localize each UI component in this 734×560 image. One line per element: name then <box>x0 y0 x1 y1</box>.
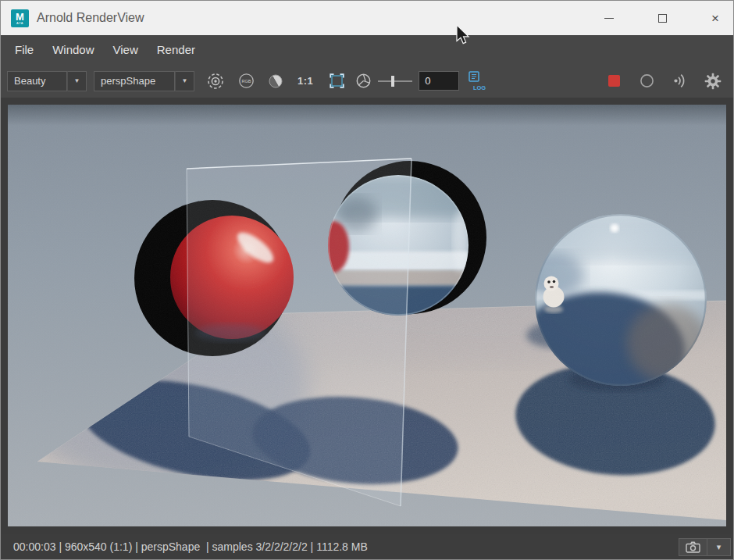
stop-render-button[interactable] <box>608 75 620 87</box>
exposure-input[interactable] <box>419 71 459 91</box>
menu-file[interactable]: File <box>15 43 34 56</box>
menu-view[interactable]: View <box>113 43 138 56</box>
arnold-renderview-window: M AYA Arnold RenderView × File Window Vi… <box>0 0 734 560</box>
refresh-render-button[interactable] <box>639 73 655 89</box>
shutter-button[interactable] <box>355 73 372 89</box>
display-swatch-button[interactable] <box>268 73 283 89</box>
snapshot-button[interactable] <box>679 538 707 556</box>
camera-select-arrow[interactable]: ▼ <box>175 71 194 91</box>
maya-logo-sub: AYA <box>16 22 23 25</box>
crop-region-button[interactable] <box>328 72 346 90</box>
minimize-icon <box>604 18 614 19</box>
maya-logo-letter: M <box>16 12 24 22</box>
render-viewport[interactable] <box>1 98 733 534</box>
exposure-slider[interactable] <box>378 73 412 89</box>
maximize-icon <box>658 14 667 23</box>
gear-icon <box>704 73 722 90</box>
slider-handle[interactable] <box>391 76 394 87</box>
menubar: File Window View Render <box>1 35 733 64</box>
shutter-icon <box>355 73 372 89</box>
refresh-icon <box>639 73 655 89</box>
settings-button[interactable] <box>704 73 722 90</box>
window-controls: × <box>574 1 733 35</box>
slider-track <box>378 80 412 82</box>
chevron-down-icon: ▾ <box>717 542 722 552</box>
crop-region-icon <box>328 72 346 90</box>
zoom-1to1-button[interactable]: 1:1 <box>298 75 313 87</box>
log-button[interactable]: LOG <box>467 70 487 91</box>
close-button[interactable]: × <box>697 1 733 35</box>
stop-icon <box>608 75 620 87</box>
statusbar: 00:00:03 | 960x540 (1:1) | perspShape | … <box>1 534 733 559</box>
status-buttons: ▾ <box>679 538 731 556</box>
camera-select-value: perspShape <box>101 75 155 87</box>
close-icon: × <box>711 12 719 25</box>
aov-select-value: Beauty <box>14 75 45 87</box>
log-icon-label: LOG <box>473 84 486 91</box>
render-toolbar: Beauty ▼ perspShape ▼ RGB <box>1 64 733 98</box>
zoom-1to1-label: 1:1 <box>298 75 313 87</box>
crosshair-target-button[interactable] <box>206 72 225 91</box>
camera-icon <box>686 541 700 553</box>
broadcast-icon <box>672 73 689 89</box>
chevron-down-icon: ▼ <box>74 77 80 84</box>
film-grain-overlay <box>8 105 726 526</box>
titlebar[interactable]: M AYA Arnold RenderView × <box>1 1 733 35</box>
maximize-button[interactable] <box>644 1 680 35</box>
maya-app-icon: M AYA <box>11 9 29 27</box>
chevron-down-icon: ▼ <box>182 77 188 84</box>
render-stats: 00:00:03 | 960x540 (1:1) | perspShape | … <box>13 540 368 553</box>
rgb-icon-label: RGB <box>241 79 251 84</box>
menu-render[interactable]: Render <box>157 43 195 56</box>
log-icon: LOG <box>467 70 487 91</box>
aov-select[interactable]: Beauty <box>7 71 67 91</box>
crosshair-icon <box>206 72 225 91</box>
swatch-icon <box>268 73 283 89</box>
rgb-icon: RGB <box>238 73 255 89</box>
window-title: Arnold RenderView <box>37 11 144 25</box>
status-expand-button[interactable]: ▾ <box>707 538 731 556</box>
broadcast-button[interactable] <box>672 73 689 89</box>
aov-select-arrow[interactable]: ▼ <box>67 71 87 91</box>
rgb-channels-button[interactable]: RGB <box>238 73 255 89</box>
minimize-button[interactable] <box>591 1 627 35</box>
menu-window[interactable]: Window <box>52 43 94 56</box>
rendered-image <box>8 105 726 526</box>
camera-select[interactable]: perspShape <box>94 71 175 91</box>
